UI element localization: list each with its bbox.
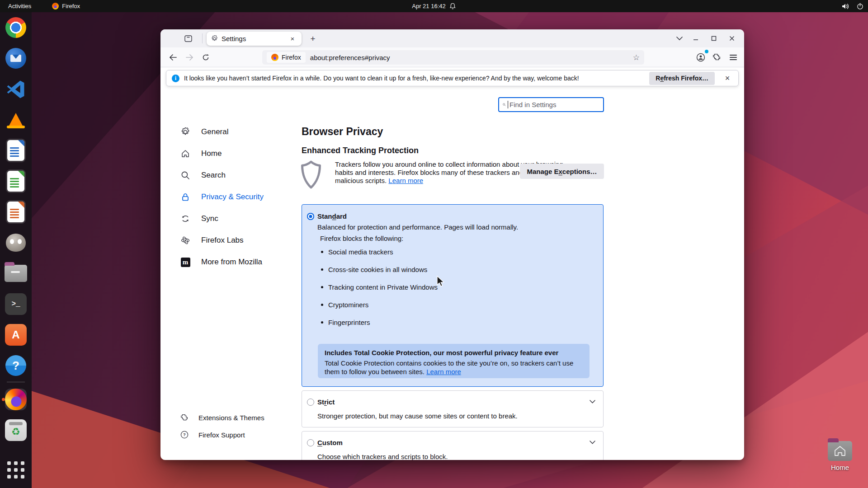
reload-button[interactable] [199,51,212,64]
tab-title: Settings [222,35,284,42]
help-icon: ? [5,355,26,376]
back-button[interactable] [166,51,179,64]
blocked-item: Fingerprinters [321,319,438,336]
dock-item-libreoffice-impress[interactable] [0,197,32,227]
thunderbird-icon [5,48,26,69]
minimize-button[interactable] [690,33,702,44]
running-indicator [2,398,5,401]
search-input[interactable] [509,101,599,108]
settings-sidebar: General Home Search Privacy & Security [180,121,264,273]
identity-box[interactable]: Firefox [267,52,306,63]
standard-radio[interactable] [307,213,314,220]
sidebar-item-more-from-mozilla[interactable]: m More from Mozilla [180,251,264,273]
dock-item-vscode[interactable] [0,74,32,104]
standard-label[interactable]: Standard [317,212,347,220]
sidebar-item-privacy-security[interactable]: Privacy & Security [180,186,264,208]
sidebar-item-firefox-labs[interactable]: Firefox Labs [180,230,264,251]
dock: >_ A ? ♻ [0,12,32,488]
system-status-area[interactable] [842,0,863,12]
tcp-body: Total Cookie Protection contains cookies… [325,359,585,376]
libreoffice-impress-icon [7,202,24,222]
strict-label[interactable]: Strict [317,398,335,406]
custom-label[interactable]: Custom [317,439,343,446]
infobar-close-button[interactable]: × [722,73,733,84]
forward-button[interactable] [183,51,196,64]
dock-item-help[interactable]: ? [0,350,32,381]
strict-expand-button[interactable] [588,397,597,406]
dock-item-files[interactable] [0,258,32,289]
sidebar-label: More from Mozilla [201,258,262,267]
bookmark-star-icon[interactable]: ☆ [633,53,640,62]
clock-label: Apr 21 16:42 [412,3,445,9]
dock-item-vlc[interactable] [0,104,32,135]
sidebar-item-search[interactable]: Search [180,164,264,186]
list-all-tabs-button[interactable] [674,33,685,44]
atom-icon [180,235,190,245]
dock-item-chrome[interactable] [0,12,32,43]
focused-app-menu[interactable]: Firefox [52,3,80,9]
sidebar-item-general[interactable]: General [180,121,264,143]
clock-button[interactable]: Apr 21 16:42 [412,0,456,12]
tab-settings[interactable]: Settings × [207,32,302,46]
chevron-down-icon [676,37,683,41]
firefox-view-button[interactable] [183,33,193,43]
volume-icon [842,3,849,10]
puzzle-icon [180,413,189,422]
vscode-icon [6,79,26,99]
etp-learn-more-link[interactable]: Learn more [388,177,423,184]
activities-button[interactable]: Activities [0,0,39,12]
reload-icon [202,54,209,61]
desktop-home-shortcut[interactable]: Home [824,441,856,471]
chevron-down-icon [590,400,595,404]
tcp-learn-more-link[interactable]: Learn more [426,368,461,375]
svg-text:?: ? [183,432,186,437]
dock-item-libreoffice-calc[interactable] [0,166,32,197]
dock-item-trash[interactable]: ♻ [0,415,32,446]
dock-item-libreoffice-writer[interactable] [0,135,32,166]
manage-exceptions-button[interactable]: Manage Exceptions… [520,164,604,179]
sidebar-footer: Extensions & Themes ? Firefox Support [180,409,264,443]
close-window-button[interactable] [726,33,738,44]
mouse-cursor [436,276,446,287]
sidebar-footer-label: Extensions & Themes [198,414,264,422]
libreoffice-writer-icon [7,140,24,161]
gimp-icon [6,234,26,252]
account-button[interactable] [694,51,708,64]
firefox-icon [5,389,27,410]
sidebar-item-extensions-themes[interactable]: Extensions & Themes [180,409,264,426]
strict-radio[interactable] [307,399,314,406]
custom-expand-button[interactable] [588,438,597,447]
url-text[interactable]: about:preferences#privacy [310,54,628,61]
ubuntu-software-icon: A [5,324,27,346]
dock-item-ubuntu-software[interactable]: A [0,319,32,350]
tab-close-button[interactable]: × [288,34,297,43]
new-tab-button[interactable]: + [307,33,319,45]
lock-icon [180,192,190,202]
show-applications-button[interactable] [0,452,32,488]
identity-label: Firefox [282,54,301,61]
custom-radio[interactable] [307,439,314,446]
address-bar[interactable]: Firefox about:preferences#privacy ☆ [262,50,644,65]
refresh-firefox-button[interactable]: Refresh Firefox… [649,72,715,85]
maximize-button[interactable] [708,33,720,44]
dock-item-thunderbird[interactable] [0,43,32,74]
sidebar-label: Firefox Labs [201,236,244,245]
sidebar-label: Privacy & Security [201,192,264,202]
dock-item-gimp[interactable] [0,227,32,258]
account-icon [696,53,705,62]
extensions-button[interactable] [710,51,724,64]
tab-separator [202,33,203,43]
info-icon: i [172,75,179,82]
sidebar-item-firefox-support[interactable]: ? Firefox Support [180,426,264,443]
menu-button[interactable] [726,51,740,64]
sidebar-footer-label: Firefox Support [198,431,245,439]
sidebar-item-sync[interactable]: Sync [180,208,264,230]
tcp-title: Includes Total Cookie Protection, our mo… [325,349,583,357]
dock-item-firefox-active[interactable] [0,384,32,415]
files-icon [5,265,27,282]
dock-item-terminal[interactable]: >_ [0,289,32,319]
magnifier-icon [503,102,506,108]
standard-description: Balanced for protection and performance.… [317,223,518,231]
sidebar-item-home[interactable]: Home [180,143,264,164]
firefox-icon [271,54,278,61]
